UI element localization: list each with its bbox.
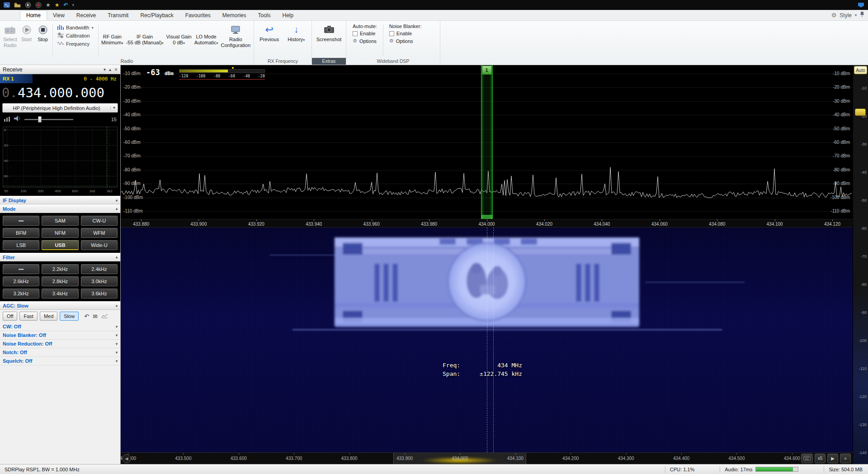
- section-cw[interactable]: CW: Off ▾: [0, 322, 120, 331]
- nav-tick-label[interactable]: 434.200: [562, 456, 579, 461]
- lo-mode-button[interactable]: LO Mode Automatic▾: [193, 22, 219, 58]
- frequency-button[interactable]: Frequency: [56, 41, 94, 47]
- mode-button-more[interactable]: •••: [3, 216, 39, 226]
- expand-icon[interactable]: ▾: [116, 333, 118, 337]
- mode-button-nfm[interactable]: NFM: [42, 228, 78, 238]
- noise-blanker-enable-checkbox[interactable]: Enable: [389, 31, 422, 36]
- agc-med-button[interactable]: Med: [40, 312, 57, 321]
- speaker-icon[interactable]: [14, 115, 21, 123]
- nav-tick-label[interactable]: 434.600: [784, 456, 800, 461]
- section-squelch[interactable]: Squelch: Off ▾: [0, 357, 120, 365]
- mode-button-usb[interactable]: USB: [42, 240, 78, 250]
- channel-marker[interactable]: 1: [481, 65, 493, 219]
- nav-tick-label[interactable]: 434.500: [728, 456, 745, 461]
- pin-icon[interactable]: [860, 11, 864, 19]
- collapse-icon[interactable]: ▴: [116, 255, 118, 259]
- tab-tools[interactable]: Tools: [252, 11, 277, 20]
- keyboard-icon[interactable]: [801, 454, 813, 463]
- filter-button-3-2[interactable]: 3.2kHz: [3, 289, 39, 299]
- zoom-button[interactable]: x5: [815, 454, 826, 463]
- collapse-icon[interactable]: ▴: [116, 303, 118, 308]
- undo-icon[interactable]: ↶: [84, 313, 89, 320]
- visual-gain-button[interactable]: Visual Gain 0 dB▾: [165, 22, 193, 58]
- noise-blanker-options-button[interactable]: ⚙ Options: [389, 38, 422, 44]
- section-if-display[interactable]: IF Display ▴: [0, 196, 120, 204]
- spectrum-plot[interactable]: 1 -63 dBm -120-100-80-60-40-20: [121, 65, 853, 219]
- favourite-icon[interactable]: ★: [55, 1, 60, 9]
- filter-button-2-6[interactable]: 2.6kHz: [3, 276, 39, 286]
- nav-left-button[interactable]: ◀: [122, 454, 131, 463]
- screenshot-button[interactable]: Screenshot: [314, 22, 344, 58]
- mode-button-wfm[interactable]: WFM: [81, 228, 118, 238]
- mode-button-lsb[interactable]: LSB: [3, 240, 39, 250]
- nav-tick-label[interactable]: 433.600: [231, 456, 247, 461]
- nav-tick-label[interactable]: 433.700: [286, 456, 302, 461]
- filter-button-2-2[interactable]: 2.2kHz: [42, 264, 78, 274]
- expand-icon[interactable]: ▾: [116, 351, 118, 355]
- style-dropdown-icon[interactable]: ▾: [855, 13, 857, 17]
- mode-button-wide-u[interactable]: Wide-U: [81, 240, 118, 250]
- chevron-down-icon[interactable]: ▾: [104, 67, 106, 72]
- agc-fast-button[interactable]: Fast: [19, 312, 37, 321]
- start-button[interactable]: Start: [19, 22, 34, 58]
- section-noise-reduction[interactable]: Noise Reduction: Off ▾: [0, 340, 120, 348]
- nav-tick-label[interactable]: 433.900: [396, 456, 413, 461]
- mode-button-sam[interactable]: SAM: [42, 216, 78, 226]
- select-radio-button[interactable]: Select Radio: [2, 22, 18, 58]
- tab-favourites[interactable]: Favourites: [179, 11, 217, 20]
- nav-tick-label[interactable]: 434.100: [507, 456, 524, 461]
- filter-button-2-4[interactable]: 2.4kHz: [81, 264, 118, 274]
- close-icon[interactable]: ×: [114, 66, 118, 73]
- tab-receive[interactable]: Receive: [71, 11, 102, 20]
- if-gain-button[interactable]: IF Gain -55 dB (Manual)▾: [125, 22, 165, 58]
- nav-tick-label[interactable]: 433.500: [175, 456, 191, 461]
- play-icon[interactable]: [25, 1, 31, 9]
- tab-home[interactable]: Home: [20, 10, 47, 20]
- waterfall-navbar[interactable]: ◀ x5 ▶ » 433.400433.500433.600433.700433…: [121, 452, 853, 464]
- section-mode[interactable]: Mode ▴: [0, 204, 120, 213]
- auto-range-button[interactable]: Auto: [854, 66, 867, 74]
- collapse-icon[interactable]: ▴: [116, 207, 118, 211]
- fast-forward-icon[interactable]: »: [840, 454, 851, 463]
- stop-button[interactable]: Stop: [35, 22, 51, 58]
- volume-slider[interactable]: [24, 116, 73, 123]
- filter-button-more[interactable]: •••: [3, 264, 39, 274]
- rf-gain-button[interactable]: RF Gain Minimum▾: [100, 22, 124, 58]
- agc-off-button[interactable]: Off: [3, 312, 17, 321]
- chart-icon[interactable]: [101, 313, 108, 320]
- history-button[interactable]: ↓ History▾: [283, 22, 310, 58]
- filter-button-3-4[interactable]: 3.4kHz: [42, 289, 78, 299]
- mode-button-cw-u[interactable]: CW-U: [81, 216, 118, 226]
- undo-icon[interactable]: ↶: [64, 1, 68, 9]
- waterfall-scale[interactable]: Auto -10-20-30-40-50-60-70-80-90-100-110…: [853, 65, 868, 464]
- nav-tick-label[interactable]: 434.400: [673, 456, 689, 461]
- mode-button-bfm[interactable]: BFM: [3, 228, 39, 238]
- radio-configuration-button[interactable]: Radio Configuration: [220, 22, 251, 58]
- auto-mute-enable-checkbox[interactable]: Enable: [353, 31, 377, 36]
- tab-memories[interactable]: Memories: [217, 11, 252, 20]
- expand-icon[interactable]: ▾: [116, 325, 118, 329]
- frequency-display[interactable]: 0.434.000.000: [0, 83, 120, 102]
- calibration-button[interactable]: Calibration: [56, 33, 94, 39]
- record-icon[interactable]: [35, 1, 42, 9]
- tab-view[interactable]: View: [47, 11, 71, 20]
- previous-button[interactable]: ↩ Previous: [256, 22, 283, 58]
- expand-icon[interactable]: ▾: [116, 359, 118, 363]
- favourite-add-icon[interactable]: ★: [46, 1, 51, 9]
- display-icon[interactable]: [858, 1, 864, 9]
- auto-mute-options-button[interactable]: ⚙ Options: [353, 38, 377, 44]
- expand-icon[interactable]: ▾: [116, 342, 118, 346]
- tab-help[interactable]: Help: [277, 11, 300, 20]
- nav-tick-label[interactable]: 433.800: [341, 456, 358, 461]
- section-notch[interactable]: Notch: Off ▾: [0, 348, 120, 357]
- section-agc[interactable]: AGC: Slow ▴: [0, 301, 120, 310]
- audio-device-select[interactable]: HP (Périphérique High Definition Audio) …: [2, 103, 118, 113]
- waterfall[interactable]: Freq: 434 MHz Span: ±122.745 kHz: [121, 228, 853, 452]
- filter-button-2-8[interactable]: 2.8kHz: [42, 276, 78, 286]
- filter-button-3-6[interactable]: 3.6kHz: [81, 289, 118, 299]
- tab-rec-playback[interactable]: Rec/Playback: [134, 11, 179, 20]
- agc-slow-button[interactable]: Slow: [60, 312, 79, 321]
- equalizer-icon[interactable]: [4, 115, 10, 123]
- collapse-icon[interactable]: ▴: [116, 198, 118, 202]
- nav-tick-label[interactable]: 434.300: [618, 456, 634, 461]
